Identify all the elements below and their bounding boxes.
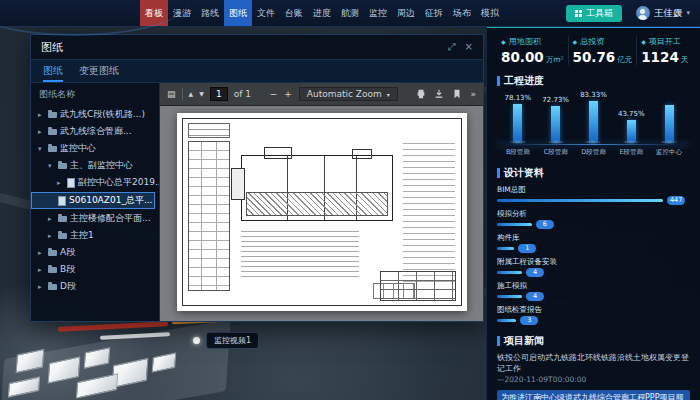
camera-hotspot[interactable] <box>193 337 200 344</box>
design-item[interactable]: BIM总图 447 <box>497 185 690 205</box>
user-menu[interactable]: 王佳媛 ▾ <box>636 6 690 20</box>
tree-item[interactable]: ▸ D段 <box>31 278 159 295</box>
nav-tab-progress[interactable]: 进度 <box>308 0 336 26</box>
pdf-canvas[interactable] <box>160 106 483 321</box>
news-item[interactable]: 铁投公司启动武九铁路北环线铁路沿线土地权属变更登记工作 —2020-11-09T… <box>497 352 690 386</box>
chart-bar-column[interactable] <box>652 95 686 144</box>
camera-tooltip[interactable]: 监控视频1 <box>206 332 259 349</box>
diamond-icon: ◆ <box>641 38 646 45</box>
pdf-page[interactable] <box>177 113 467 311</box>
tree-caret-icon[interactable]: ▸ <box>38 111 45 119</box>
tree-item[interactable]: ▸ B段 <box>31 261 159 278</box>
tree-caret-icon[interactable]: ▸ <box>38 283 45 291</box>
stat-unit: 天 <box>681 55 689 64</box>
section-header-news: 项目新闻 <box>497 334 690 348</box>
count-badge: 4 <box>526 292 544 301</box>
tree-item[interactable]: ▸ 武九线C段(铁机路...) <box>31 106 159 123</box>
tree-item[interactable]: ▸ 主控楼修配合平面... <box>31 210 159 227</box>
tree-caret-icon[interactable]: ▸ <box>38 128 45 136</box>
design-item[interactable]: 模拟分析 6 <box>497 209 690 229</box>
tree-caret-icon[interactable]: ▾ <box>48 162 55 170</box>
nav-tab-dashboard[interactable]: 看板 <box>140 0 168 26</box>
tree-item[interactable]: ▾ 主、副监控中心 <box>31 157 159 174</box>
tree-item-selected[interactable]: S0610AZ01_总平... <box>31 192 155 209</box>
chart-bar-column[interactable]: 72.73% <box>539 96 573 144</box>
tree-item[interactable]: ▸ 武九线综合管廊... <box>31 123 159 140</box>
tree-item[interactable]: ▾ 监控中心 <box>31 140 159 157</box>
tree-caret-icon[interactable]: ▸ <box>57 179 64 187</box>
tree-item[interactable]: ▸ 副控中心总平2019... <box>31 174 159 191</box>
sidebar-toggle-icon[interactable]: ▤ <box>167 90 176 99</box>
pdf-toolbar: ▤ ▲ ▼ of 1 − + Automatic Zoom ▾ <box>160 83 483 106</box>
app-screen: 监控视频1 看板 漫游 路线 图纸 文件 台账 进度 航测 监控 周边 征拆 场… <box>0 0 700 400</box>
tree-caret-icon[interactable]: ▸ <box>38 266 45 274</box>
expand-icon[interactable]: ⤢ <box>448 41 456 53</box>
design-item[interactable]: 图纸检查报告 3 <box>497 305 690 325</box>
bar-value-label: 78.13% <box>505 94 532 103</box>
nav-tab-simulation[interactable]: 模拟 <box>476 0 504 26</box>
news-text: 铁投公司启动武九铁路北环线铁路沿线土地权属变更登记工作 <box>497 353 689 373</box>
tree-item[interactable]: ▸ 主控1 <box>31 227 159 244</box>
design-item[interactable]: 构件库 1 <box>497 233 690 253</box>
tree-item[interactable]: ▸ A段 <box>31 244 159 261</box>
tree-item-label: 主控1 <box>70 229 94 242</box>
bar-category-label: C段管廊 <box>538 148 574 157</box>
page-down-icon[interactable]: ▼ <box>199 91 204 97</box>
stat-label: 用地面积 <box>509 36 541 47</box>
nav-tab-ledger[interactable]: 台账 <box>280 0 308 26</box>
nav-tab-requisition[interactable]: 征拆 <box>420 0 448 26</box>
sheet-title-block <box>380 271 456 301</box>
zoom-in-button[interactable]: + <box>284 90 292 99</box>
bar-category-label: E段管廊 <box>613 148 649 157</box>
nav-tab-roam[interactable]: 漫游 <box>168 0 196 26</box>
design-item[interactable]: 施工模拟 4 <box>497 281 690 301</box>
more-tools-icon[interactable]: » <box>470 90 476 99</box>
diamond-icon: ◆ <box>501 38 506 45</box>
tree-caret-icon[interactable]: ▸ <box>38 249 45 257</box>
file-icon <box>67 178 75 188</box>
tree-caret-icon[interactable]: ▸ <box>48 232 55 240</box>
nav-tab-survey[interactable]: 航测 <box>336 0 364 26</box>
tree-caret-icon[interactable]: ▾ <box>38 145 45 153</box>
bar-value-label: 43.75% <box>618 110 645 119</box>
avatar <box>636 6 650 20</box>
chevron-down-icon: ▾ <box>686 9 690 17</box>
tree-item-label: 主控楼修配合平面... <box>70 212 151 225</box>
nav-tab-surroundings[interactable]: 周边 <box>392 0 420 26</box>
count-badge: 4 <box>526 268 544 277</box>
design-item-bar <box>497 271 522 274</box>
tab-changed-drawings[interactable]: 变更图纸 <box>79 60 119 82</box>
design-item-bar <box>497 247 514 250</box>
chart-bar-column[interactable]: 43.75% <box>614 110 648 144</box>
toolbar-divider <box>182 88 183 100</box>
count-badge: 6 <box>536 220 554 229</box>
tree-item-label: A段 <box>60 246 75 259</box>
design-data-list: BIM总图 447 模拟分析 6 构件库 1 附属工程设备安装 4 施工模拟 4… <box>497 185 690 325</box>
chart-bar-column[interactable]: 83.33% <box>576 91 610 144</box>
bookmark-icon[interactable] <box>452 89 462 99</box>
window-tabs: 图纸 变更图纸 <box>31 60 483 83</box>
download-icon[interactable] <box>434 89 444 99</box>
tree-caret-icon[interactable]: ▸ <box>48 215 55 223</box>
toolbox-button[interactable]: 工具箱 <box>566 5 622 22</box>
zoom-select[interactable]: Automatic Zoom ▾ <box>299 87 398 101</box>
zoom-out-button[interactable]: − <box>270 90 278 99</box>
plan-annex <box>264 147 292 159</box>
nav-tab-route[interactable]: 路线 <box>196 0 224 26</box>
chart-bar-column[interactable]: 78.13% <box>501 94 535 145</box>
news-text: 为推进江南中心绿道武九线综合管廊工程PPP项目顺利实施 <box>497 390 690 400</box>
nav-tab-files[interactable]: 文件 <box>252 0 280 26</box>
design-item[interactable]: 附属工程设备安装 4 <box>497 257 690 277</box>
print-icon[interactable] <box>416 89 426 99</box>
sheet-floor-plan <box>241 155 393 221</box>
section-accent-bar <box>497 336 500 346</box>
bar-category-label: D段管廊 <box>575 148 611 157</box>
nav-tab-drawings[interactable]: 图纸 <box>224 0 252 26</box>
nav-tab-site-layout[interactable]: 场布 <box>448 0 476 26</box>
news-item[interactable]: 为推进江南中心绿道武九线综合管廊工程PPP项目顺利实施 <box>497 390 690 400</box>
page-input[interactable] <box>210 87 228 101</box>
page-up-icon[interactable]: ▲ <box>189 91 194 97</box>
tab-drawings[interactable]: 图纸 <box>43 60 63 82</box>
nav-tab-monitor[interactable]: 监控 <box>364 0 392 26</box>
close-icon[interactable]: × <box>465 41 473 53</box>
